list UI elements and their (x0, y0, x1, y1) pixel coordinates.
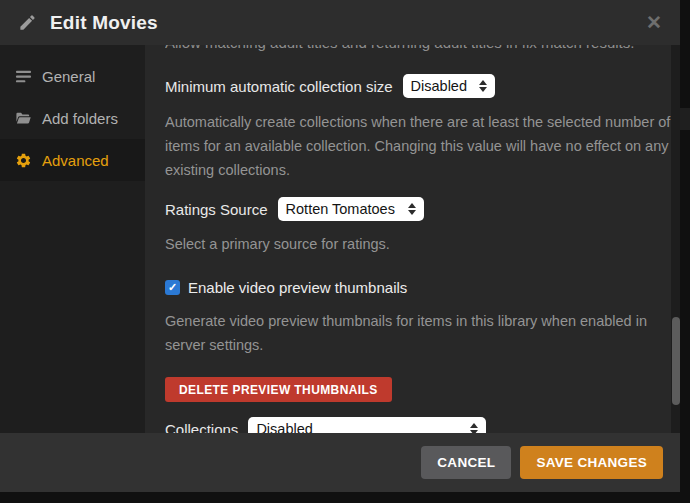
background-page-fragment (680, 108, 690, 130)
gear-icon (15, 152, 32, 169)
video-preview-row: ✓ Enable video preview thumbnails (165, 279, 680, 296)
select-arrows-icon (479, 80, 487, 92)
settings-panel: Allow matching adult titles and returnin… (145, 45, 680, 433)
close-icon[interactable]: ✕ (646, 13, 662, 32)
ratings-source-help: Select a primary source for ratings. (165, 232, 680, 256)
sidebar-item-label: General (42, 68, 95, 85)
sidebar-item-general[interactable]: General (0, 55, 145, 97)
select-value: Rotten Tomatoes (286, 201, 395, 217)
sidebar: General Add folders Advanced (0, 45, 145, 433)
sidebar-item-label: Add folders (42, 110, 118, 127)
collections-select[interactable]: Disabled (248, 417, 486, 433)
scrollbar-thumb[interactable] (672, 317, 680, 405)
sidebar-item-add-folders[interactable]: Add folders (0, 97, 145, 139)
dialog-title: Edit Movies (50, 12, 158, 34)
select-arrows-icon (470, 423, 478, 433)
ratings-source-label: Ratings Source (165, 201, 268, 218)
video-preview-label: Enable video preview thumbnails (188, 279, 407, 296)
folder-open-icon (15, 110, 32, 127)
collections-label: Collections (165, 421, 238, 434)
select-value: Disabled (256, 421, 312, 433)
dialog-footer: CANCEL SAVE CHANGES (0, 433, 680, 492)
delete-preview-thumbnails-button[interactable]: DELETE PREVIEW THUMBNAILS (165, 377, 392, 402)
save-changes-button[interactable]: SAVE CHANGES (520, 446, 663, 479)
min-collection-size-help: Automatically create collections when th… (165, 110, 680, 182)
dialog-body: General Add folders Advanced Allow match… (0, 45, 680, 433)
select-value: Disabled (411, 78, 467, 94)
dialog-header: Edit Movies ✕ (0, 0, 680, 45)
list-lines-icon (15, 68, 32, 85)
clipped-scrolled-text: Allow matching adult titles and returnin… (165, 45, 680, 53)
cancel-button[interactable]: CANCEL (421, 446, 511, 479)
video-preview-help: Generate video preview thumbnails for it… (165, 309, 680, 357)
edit-library-dialog: Edit Movies ✕ General Add folders (0, 0, 680, 492)
scrollbar-track[interactable] (671, 45, 680, 433)
min-collection-size-select[interactable]: Disabled (403, 74, 495, 98)
ratings-source-select[interactable]: Rotten Tomatoes (278, 197, 424, 221)
video-preview-checkbox[interactable]: ✓ (165, 280, 180, 295)
min-collection-size-label: Minimum automatic collection size (165, 78, 393, 95)
edit-pencil-icon (18, 13, 37, 32)
min-collection-size-row: Minimum automatic collection size Disabl… (165, 74, 680, 98)
sidebar-item-label: Advanced (42, 152, 109, 169)
collections-row: Collections Disabled (165, 417, 680, 433)
sidebar-item-advanced[interactable]: Advanced (0, 139, 145, 181)
select-arrows-icon (408, 203, 416, 215)
ratings-source-row: Ratings Source Rotten Tomatoes (165, 197, 680, 221)
